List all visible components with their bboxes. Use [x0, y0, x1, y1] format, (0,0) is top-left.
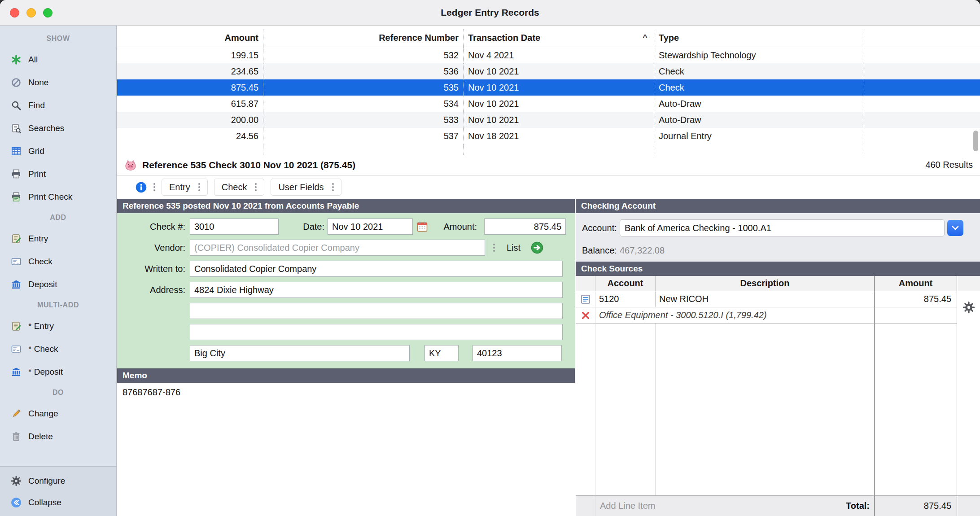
written-to-input[interactable]: Consolidated Copier Company [190, 261, 563, 277]
table-row[interactable]: 24.56 537 Nov 18 2021 Journal Entry [117, 128, 980, 144]
total-label: Total: [846, 501, 874, 511]
ledger-icon [10, 320, 22, 332]
cs-header-icon-col [576, 276, 595, 291]
records-table-header: Amount Reference Number Transaction Date… [117, 29, 980, 47]
tab-user-fields[interactable]: User Fields [271, 179, 341, 196]
cs-footer-gear-col [957, 495, 980, 516]
close-window-button[interactable] [10, 8, 19, 17]
sidebar-item-all[interactable]: All [0, 48, 116, 71]
tab-check-menu-icon[interactable] [255, 183, 257, 191]
tab-entry-menu-icon[interactable] [198, 183, 200, 191]
sidebar-item-delete[interactable]: Delete [0, 425, 116, 448]
cell-type: Stewardship Technology [654, 47, 864, 63]
account-select[interactable]: Bank of America Checking - 1000.A1 [620, 219, 945, 236]
cs-footer-icon-col [576, 495, 595, 516]
account-dropdown-button[interactable] [947, 220, 963, 236]
city-input[interactable]: Big City [190, 345, 410, 361]
sidebar-item-entry[interactable]: Entry [0, 227, 116, 250]
tab-user-fields-menu-icon[interactable] [332, 183, 334, 191]
cs-filler [875, 324, 957, 495]
cell-blank [864, 144, 980, 155]
balance-label: Balance: [582, 245, 620, 256]
balance-value: 467,322.08 [620, 245, 665, 256]
column-header-reference-number[interactable]: Reference Number [263, 29, 464, 47]
vertical-scrollbar[interactable] [973, 131, 978, 151]
sidebar-item-deposit[interactable]: Deposit [0, 273, 116, 296]
cell-reference: 534 [263, 96, 464, 112]
vendor-list-label[interactable]: List [507, 243, 521, 253]
info-menu-icon[interactable] [153, 183, 155, 191]
sidebar-item-multi-entry[interactable]: * Entry [0, 315, 116, 337]
cell-type: Auto-Draw [654, 96, 864, 112]
info-icon[interactable] [135, 181, 147, 193]
sidebar-item-none[interactable]: None [0, 71, 116, 94]
column-header-transaction-date[interactable]: Transaction Date ^ [464, 29, 654, 47]
line-item-account[interactable]: 5120 [595, 291, 656, 307]
line-item-description[interactable]: New RICOH [656, 291, 875, 307]
cell-blank [117, 144, 263, 155]
sidebar-item-print[interactable]: Print [0, 162, 116, 185]
memo-text[interactable]: 87687687-876 [117, 383, 575, 402]
cell-date: Nov 18 2021 [464, 128, 654, 144]
sidebar-item-grid[interactable]: Grid [0, 140, 116, 162]
sidebar-item-multi-deposit[interactable]: * Deposit [0, 360, 116, 383]
check-number-input[interactable]: 3010 [190, 219, 279, 235]
tab-entry[interactable]: Entry [162, 179, 208, 196]
sidebar-item-multi-check[interactable]: * Check [0, 337, 116, 360]
line-item-amount[interactable]: 875.45 [875, 291, 957, 307]
sidebar-item-change[interactable]: Change [0, 402, 116, 425]
table-row[interactable]: 234.65 536 Nov 10 2021 Check [117, 63, 980, 79]
calendar-icon[interactable] [416, 220, 429, 233]
sidebar-item-check[interactable]: Check [0, 250, 116, 273]
remove-line-item-icon[interactable] [576, 307, 595, 324]
sidebar-item-find[interactable]: Find [0, 94, 116, 117]
cs-footer-main: Add Line Item Total: [595, 495, 875, 516]
vendor-go-icon[interactable] [530, 241, 544, 254]
table-row[interactable]: 615.87 534 Nov 10 2021 Auto-Draw [117, 96, 980, 112]
grid-icon [10, 145, 22, 157]
written-to-label: Written to: [117, 264, 185, 274]
column-header-amount[interactable]: Amount [117, 29, 263, 47]
check-sources-header: Check Sources [576, 262, 980, 276]
cell-date: Nov 10 2021 [464, 63, 654, 79]
searches-icon [10, 122, 22, 134]
cell-blank [864, 63, 980, 79]
cell-blank [864, 112, 980, 128]
sidebar-item-print-check[interactable]: Print Check [0, 185, 116, 208]
date-input[interactable]: Nov 10 2021 [328, 219, 413, 235]
sidebar-item-searches[interactable]: Searches [0, 117, 116, 140]
line-item-gear-icon[interactable] [957, 291, 980, 324]
asterisk-icon [10, 53, 22, 66]
cell-amount: 199.15 [117, 47, 263, 63]
cell-blank [464, 144, 654, 155]
cell-type: Journal Entry [654, 128, 864, 144]
zip-input[interactable]: 40123 [472, 345, 562, 361]
address-line1-input[interactable]: 4824 Dixie Highway [190, 282, 563, 298]
cell-amount: 234.65 [117, 63, 263, 79]
check-form: Check #: 3010 Date: Nov 10 2021 Amount: … [117, 213, 575, 368]
trash-icon [10, 430, 22, 442]
sidebar-item-label: Collapse [28, 498, 61, 507]
cell-type: Check [654, 63, 864, 79]
address-line3-input[interactable] [190, 324, 563, 340]
minimize-window-button[interactable] [26, 8, 36, 17]
cell-date: Nov 10 2021 [464, 96, 654, 112]
table-row[interactable]: 200.00 533 Nov 10 2021 Auto-Draw [117, 112, 980, 128]
line-item-icon[interactable] [576, 291, 595, 307]
zoom-window-button[interactable] [43, 8, 52, 17]
add-line-item-button[interactable]: Add Line Item [600, 501, 655, 511]
vendor-input[interactable]: (COPIER) Consolidated Copier Company [190, 240, 485, 256]
record-banner: Reference 535 posted Nov 10 2021 from Ac… [117, 199, 575, 213]
tab-check[interactable]: Check [214, 179, 265, 196]
table-row[interactable]: 199.15 532 Nov 4 2021 Stewardship Techno… [117, 47, 980, 63]
table-row-selected[interactable]: 875.45 535 Nov 10 2021 Check [117, 79, 980, 96]
sidebar-item-collapse[interactable]: Collapse [0, 492, 116, 513]
sidebar-scroll: SHOW All None Find [0, 26, 116, 466]
vendor-menu-icon[interactable] [493, 244, 495, 252]
amount-input[interactable]: 875.45 [484, 219, 566, 235]
column-header-type[interactable]: Type [654, 29, 864, 47]
state-input[interactable]: KY [424, 345, 459, 361]
cell-reference: 535 [263, 79, 464, 96]
address-line2-input[interactable] [190, 303, 563, 319]
sidebar-item-configure[interactable]: Configure [0, 470, 116, 492]
